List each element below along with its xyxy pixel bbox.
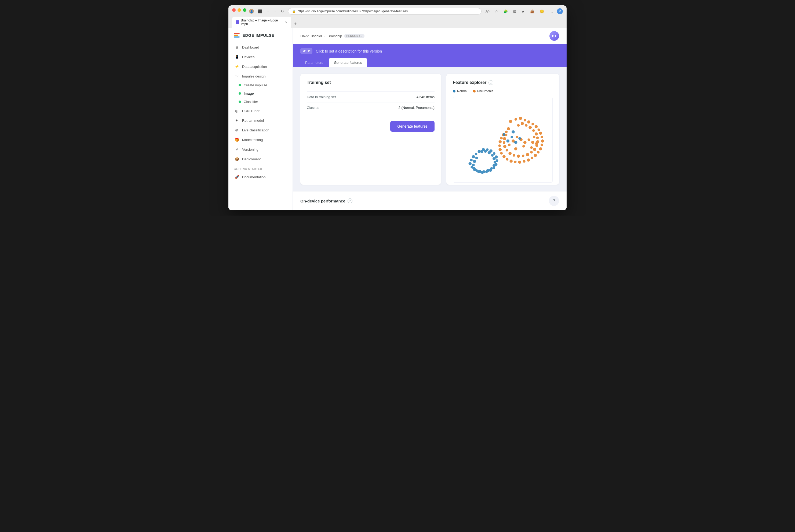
reader-mode-button[interactable]: Aᴬ [484,8,491,14]
svg-point-1 [514,118,517,121]
svg-point-60 [514,147,518,150]
sidebar-item-impulse-design[interactable]: 〰 Impulse design [229,71,292,81]
documentation-icon: 🚀 [235,175,239,179]
sidebar-item-live-classification[interactable]: ⊕ Live classification [229,125,292,135]
sidebar-item-dashboard[interactable]: 🖥 Dashboard [229,42,292,52]
forward-button[interactable]: › [273,8,277,14]
svg-point-40 [533,148,536,151]
scatter-svg [453,97,553,182]
sidebar-item-data-acquisition[interactable]: ⚡ Data acquisition [229,62,292,71]
browser-chrome: 👤 ⬛ ‹ › ↻ 🔒 https://studio.edgeimpulse.c… [229,5,566,28]
sidebar-item-deployment[interactable]: 📦 Deployment [229,154,292,164]
bookmark-button[interactable]: ☆ [493,8,500,14]
svg-point-8 [539,132,542,135]
svg-point-15 [531,157,533,159]
tab-parameters[interactable]: Parameters [300,58,328,67]
on-device-info-icon[interactable]: ? [347,198,353,203]
svg-point-89 [483,170,485,173]
svg-point-57 [522,145,525,148]
svg-point-4 [527,120,531,124]
sidebar-item-label: Data acquisition [242,64,267,69]
impulse-design-icon: 〰 [235,74,239,78]
tab-generate-features[interactable]: Generate features [329,58,367,67]
tab-close-button[interactable]: ✕ [285,21,287,24]
generate-features-button[interactable]: Generate features [390,121,435,132]
svg-point-98 [480,150,483,153]
browser-window: 👤 ⬛ ‹ › ↻ 🔒 https://studio.edgeimpulse.c… [229,5,566,210]
sidebar-item-label: EON Tuner [242,109,259,113]
devices-icon: 📱 [235,55,239,59]
logo-text: EDGE IMPULSE [242,33,274,38]
sidebar-item-label: Versioning [242,148,258,152]
sidebar-item-documentation[interactable]: 🚀 Documentation [229,172,292,182]
svg-point-10 [541,139,544,142]
svg-point-47 [506,149,508,152]
svg-point-18 [518,160,521,164]
svg-point-17 [523,160,525,163]
sidebar-item-retrain-model[interactable]: ✦ Retrain model [229,116,292,125]
version-badge[interactable]: #1 ▾ [300,48,312,54]
help-button[interactable]: ? [549,196,559,206]
minimize-button[interactable] [237,8,241,12]
dot-icon [239,84,241,86]
svg-point-42 [526,153,529,156]
breadcrumb-project: Brainchip [327,34,342,38]
feature-explorer-info-icon[interactable]: ℹ [488,80,493,85]
svg-point-49 [503,141,505,144]
svg-point-96 [488,151,491,154]
avatar[interactable]: DT [549,31,559,41]
active-tab[interactable]: Brainchip – Image – Edge Impu... ✕ [232,17,291,28]
data-label-training-count: Data in training set [307,95,417,99]
svg-point-104 [511,130,515,134]
svg-point-53 [516,136,519,138]
svg-point-23 [500,152,503,155]
favorites-button[interactable]: ★ [520,8,526,14]
sidebar-item-model-testing[interactable]: 🎁 Model testing [229,135,292,145]
svg-point-92 [492,164,496,167]
data-value-classes: 2 (Normal, Pneumonia) [399,106,435,110]
content-tabs: Parameters Generate features [293,58,566,67]
svg-point-30 [507,127,510,130]
browser-tabs: Brainchip – Image – Edge Impu... ✕ + [232,17,563,28]
on-device-title: On-device performance ? [300,198,353,203]
sidebar-sub-item-create-impulse[interactable]: Create impulse [229,81,292,89]
sidebar-sub-item-image[interactable]: Image [229,89,292,98]
version-description[interactable]: Click to set a description for this vers… [315,49,382,53]
svg-point-63 [530,146,533,149]
sidebar-item-label: Retrain model [242,118,264,122]
svg-point-13 [537,151,540,154]
more-button[interactable]: … [548,8,554,14]
app-layout: EDGE IMPULSE 🖥 Dashboard 📱 Devices ⚡ Dat… [229,28,566,210]
sidebar-item-devices[interactable]: 📱 Devices [229,52,292,62]
sidebar: EDGE IMPULSE 🖥 Dashboard 📱 Devices ⚡ Dat… [229,28,293,210]
svg-point-24 [499,148,502,151]
legend-label-pneumonia: Pneumonia [477,89,493,93]
extensions-button[interactable]: 🧩 [502,8,509,14]
maximize-button[interactable] [243,8,247,12]
svg-point-68 [468,162,472,166]
address-bar[interactable]: 🔒 https://studio.edgeimpulse.com/studio/… [288,8,482,15]
sidebar-sub-item-classifier[interactable]: Classifier [229,98,292,106]
sidebar-sub-item-label: Classifier [244,100,258,104]
top-header: David Tischler / Brainchip PERSONAL DT [293,28,566,44]
svg-point-19 [514,160,517,163]
profile-button[interactable]: 😊 [538,8,545,14]
wallet-button[interactable]: 👜 [529,8,536,14]
svg-point-85 [472,164,475,167]
new-tab-button[interactable]: + [292,20,299,28]
sidebar-item-eon-tuner[interactable]: ◎ EON Tuner [229,106,292,116]
generate-btn-wrap: Generate features [307,121,435,132]
split-view-button[interactable]: ⊡ [512,8,518,14]
svg-point-102 [514,141,518,144]
sidebar-item-versioning[interactable]: ⑂ Versioning [229,145,292,154]
breadcrumb-user: David Tischler [300,34,322,38]
legend-dot-normal [453,90,455,93]
close-button[interactable] [232,8,236,12]
reload-button[interactable]: ↻ [279,8,285,14]
back-button[interactable]: ‹ [266,8,270,14]
sidebar-toggle-button[interactable]: ⬛ [257,8,264,14]
retrain-icon: ✦ [235,118,239,122]
sidebar-item-label: Live classification [242,128,269,132]
svg-point-94 [492,157,496,160]
svg-point-62 [535,142,538,145]
